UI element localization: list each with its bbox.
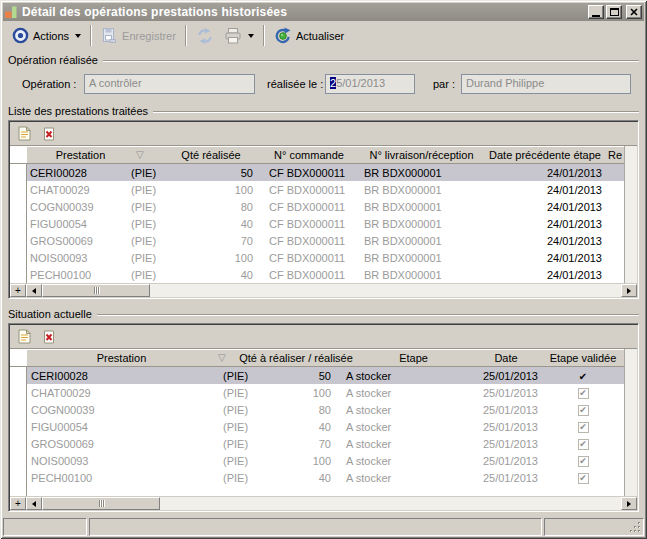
table-row[interactable]: NOIS00093(PIE)100CF BDX000011BR BDX00000… <box>10 249 624 266</box>
minimize-button[interactable] <box>588 5 604 19</box>
etape-validee-checkbox[interactable]: ✔ <box>579 371 587 382</box>
scroll-right-button[interactable] <box>621 497 637 510</box>
etape-validee-checkbox[interactable]: ✔ <box>578 405 589 416</box>
cell-sel <box>10 181 27 198</box>
etape-validee-checkbox[interactable]: ✔ <box>578 439 589 450</box>
date-field[interactable]: 25/01/2013 <box>325 74 415 94</box>
table-row[interactable]: CERI00028(PIE)50A stocker25/01/2013✔ <box>10 367 624 384</box>
record-selector-header[interactable] <box>10 147 27 163</box>
table-row[interactable]: CHAT00029(PIE)100CF BDX000011BR BDX00000… <box>10 181 624 198</box>
column-header-truncated[interactable]: Re <box>606 149 624 161</box>
resize-grip[interactable] <box>629 521 642 534</box>
etape-validee-checkbox[interactable]: ✔ <box>578 473 589 484</box>
table-row[interactable]: NOIS00093(PIE)100A stocker25/01/2013✔ <box>10 452 624 469</box>
vertical-scrollbar[interactable] <box>624 349 637 496</box>
cell-etape: A stocker <box>336 370 466 382</box>
grid-area: Prestation Qté à réaliser / réalisée Eta… <box>10 349 637 496</box>
table-row[interactable]: PECH00100(PIE)40CF BDX000011BR BDX000001… <box>10 266 624 283</box>
table-row[interactable]: FIGU00054(PIE)40CF BDX000011BR BDX000001… <box>10 215 624 232</box>
scroll-right-button[interactable] <box>621 284 637 297</box>
cell-qty: 40 <box>169 269 259 281</box>
column-header-prestation[interactable]: Prestation <box>27 352 216 364</box>
table-row[interactable]: GROS00069(PIE)70A stocker25/01/2013✔ <box>10 435 624 452</box>
date-rest: 5/01/2013 <box>336 77 385 89</box>
column-header-prestation[interactable]: Prestation <box>27 149 131 161</box>
save-button[interactable]: Enregistrer <box>96 24 181 48</box>
grid-toolbar <box>10 122 637 146</box>
cell-date: 25/01/2013 <box>466 421 546 433</box>
cell-code: GROS00069 <box>27 438 216 450</box>
add-row-button[interactable]: + <box>10 497 26 510</box>
section-rule <box>153 111 639 113</box>
view-line-button[interactable] <box>14 124 34 143</box>
table-row[interactable]: COGN00039(PIE)80CF BDX000011BR BDX000001… <box>10 198 624 215</box>
cell-qty: 70 <box>169 235 259 247</box>
grid-area: Prestation Qté réalisée N° commande N° l… <box>10 146 637 283</box>
cell-liv: BR BDX000001 <box>359 235 484 247</box>
scroll-left-button[interactable] <box>26 497 42 510</box>
sync-button[interactable] <box>191 24 219 48</box>
dialog-window: Détail des opérations prestations histor… <box>0 0 647 539</box>
operation-field-label: Opération : <box>22 78 84 90</box>
current-section-header: Situation actuelle <box>8 307 639 321</box>
cell-code: FIGU00054 <box>27 218 131 230</box>
scrollbar-thumb[interactable] <box>42 497 160 510</box>
cell-sel <box>10 266 27 283</box>
delete-line-button[interactable] <box>39 124 59 143</box>
cell-sel <box>10 384 27 401</box>
table-row[interactable]: COGN00039(PIE)80A stocker25/01/2013✔ <box>10 401 624 418</box>
table-row[interactable]: FIGU00054(PIE)40A stocker25/01/2013✔ <box>10 418 624 435</box>
operation-value: A contrôler <box>89 77 142 89</box>
list-section-header: Liste des prestations traitées <box>8 104 639 118</box>
cell-qty: 80 <box>256 404 336 416</box>
app-icon[interactable] <box>5 6 18 19</box>
cell-validated: ✔ <box>546 403 620 416</box>
column-header-qty[interactable]: Qté à réaliser / réalisée <box>231 352 361 364</box>
close-button[interactable] <box>626 5 642 19</box>
column-header-prev-date[interactable]: Date précédente étape <box>484 149 606 161</box>
cell-liv: BR BDX000001 <box>359 269 484 281</box>
etape-validee-checkbox[interactable]: ✔ <box>578 388 589 399</box>
cell-cmd: CF BDX000011 <box>259 218 359 230</box>
table-row[interactable]: GROS00069(PIE)70CF BDX000011BR BDX000001… <box>10 232 624 249</box>
cell-date: 24/01/2013 <box>484 201 606 213</box>
column-header-delivery[interactable]: N° livraison/réception <box>359 149 484 161</box>
view-line-button[interactable] <box>14 327 34 346</box>
cell-date: 24/01/2013 <box>484 252 606 264</box>
current-situation-panel: Prestation Qté à réaliser / réalisée Eta… <box>8 323 639 512</box>
scrollbar-track[interactable] <box>160 497 621 510</box>
delete-line-button[interactable] <box>39 327 59 346</box>
column-header-etape[interactable]: Etape <box>361 352 466 364</box>
toolbar: Actions Enregistrer <box>3 21 644 50</box>
scrollbar-thumb[interactable] <box>42 284 150 297</box>
cell-liv: BR BDX000001 <box>359 218 484 230</box>
record-selector-header[interactable] <box>10 350 27 366</box>
scroll-left-button[interactable] <box>26 284 42 297</box>
table-row[interactable]: CHAT00029(PIE)100A stocker25/01/2013✔ <box>10 384 624 401</box>
print-button[interactable] <box>219 24 259 48</box>
by-field[interactable]: Durand Philippe <box>461 74 631 94</box>
column-header-qty[interactable]: Qté réalisée <box>169 149 259 161</box>
column-header-date[interactable]: Date <box>466 352 546 364</box>
cell-unit: (PIE) <box>131 201 169 213</box>
operation-field[interactable]: A contrôler <box>84 74 255 94</box>
cell-code: PECH00100 <box>27 472 216 484</box>
document-icon <box>18 329 31 344</box>
vertical-scrollbar[interactable] <box>624 146 637 283</box>
actions-button[interactable]: Actions <box>7 24 86 48</box>
column-header-validated[interactable]: Etape validée <box>546 352 620 364</box>
table-row[interactable]: CERI00028(PIE)50CF BDX000011BR BDX000001… <box>10 164 624 181</box>
add-row-button[interactable]: + <box>10 284 26 297</box>
etape-validee-checkbox[interactable]: ✔ <box>578 456 589 467</box>
dialog-content: Opération réalisée Opération : A contrôl… <box>3 50 644 516</box>
maximize-button[interactable] <box>606 5 622 19</box>
cell-code: NOIS00093 <box>27 252 131 264</box>
table-row[interactable]: PECH00100(PIE)40A stocker25/01/2013✔ <box>10 469 624 486</box>
cell-sel <box>10 215 27 232</box>
date-field-label: réalisée le : <box>267 78 325 90</box>
scrollbar-track[interactable] <box>150 284 621 297</box>
refresh-button[interactable]: Actualiser <box>269 24 349 48</box>
etape-validee-checkbox[interactable]: ✔ <box>578 422 589 433</box>
cell-qty: 40 <box>256 472 336 484</box>
column-header-order[interactable]: N° commande <box>259 149 359 161</box>
